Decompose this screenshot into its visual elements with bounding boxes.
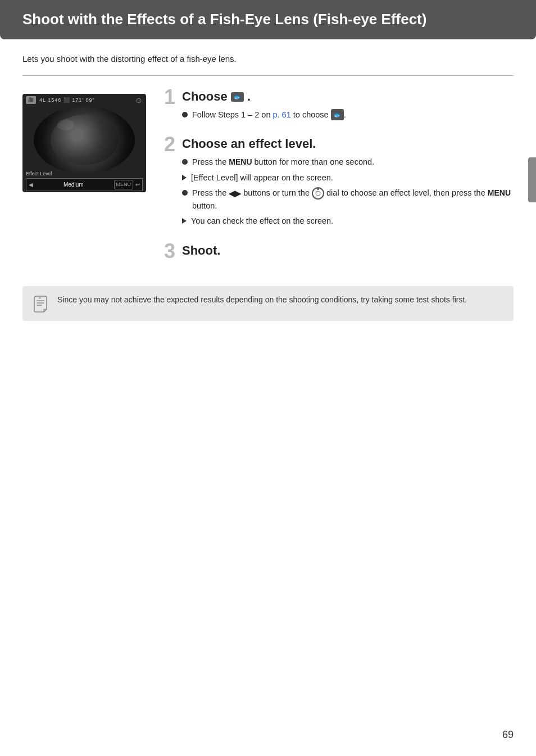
step-2-bullet-2-text: [Effect Level] will appear on the screen… [191, 172, 333, 184]
step-3: 3 Shoot. [160, 243, 514, 262]
dial-icon [312, 187, 324, 200]
step-3-content: Shoot. [182, 243, 514, 262]
note-text: Since you may not achieve the expected r… [57, 294, 467, 306]
step-2-bullet-1-text: Press the MENU button for more than one … [192, 156, 374, 169]
step-1: 1 Choose 🐟 . Follow Steps 1 – 2 on p. 61 [160, 89, 514, 124]
arrow-left-icon: ◀ [29, 180, 33, 189]
fisheye-highlight [57, 119, 74, 130]
fisheye-inner [51, 115, 118, 165]
menu-icon: MENU [114, 180, 134, 190]
step-2-bullet-4: You can check the effect on the screen. [182, 215, 514, 228]
follow-steps-prefix: Follow Steps 1 – 2 on [192, 110, 272, 119]
camera-stats: 4L 1546 ⬛ 171' 09" [39, 97, 95, 105]
left-column: 🎥 4L 1546 ⬛ 171' 09" ☺ Effect Level ◀ Me… [22, 94, 146, 275]
note-box: Since you may not achieve the expected r… [22, 286, 514, 321]
effect-level-bar: ◀ Medium MENU ↩ [26, 178, 143, 192]
back-icon: ↩ [135, 180, 140, 189]
step-2-bullet-2: [Effect Level] will appear on the screen… [182, 172, 514, 184]
page-link[interactable]: p. 61 [272, 110, 290, 119]
person-icon: ☺ [135, 94, 143, 106]
svg-point-1 [316, 191, 320, 196]
step-1-number: 1 [160, 87, 175, 107]
step-2-bullet-1: Press the MENU button for more than one … [182, 156, 514, 169]
menu-label: MENU [229, 157, 252, 166]
menu-label-2: MENU [488, 188, 511, 197]
camera-top-bar: 🎥 4L 1546 ⬛ 171' 09" ☺ [22, 94, 146, 106]
step-2-bullets: Press the MENU button for more than one … [182, 156, 514, 228]
lr-arrows-icon: ◀▶ [229, 188, 241, 200]
step-1-title-suffix: . [247, 89, 251, 103]
step-1-bullet-1-text: Follow Steps 1 – 2 on p. 61 to choose 🐟. [192, 109, 346, 121]
page-header: Shoot with the Effects of a Fish-Eye Len… [0, 0, 536, 39]
step-3-title: Shoot. [182, 243, 514, 258]
bullet-circle-icon [182, 190, 188, 196]
step-3-number: 3 [160, 241, 175, 261]
page: Shoot with the Effects of a Fish-Eye Len… [0, 0, 536, 756]
effect-level-label: Effect Level [26, 170, 143, 178]
right-column: 1 Choose 🐟 . Follow Steps 1 – 2 on p. 61 [160, 89, 514, 275]
note-icon [31, 295, 49, 313]
bullet-circle-icon [182, 159, 188, 165]
step-2-content: Choose an effect level. Press the MENU b… [182, 137, 514, 231]
step-1-title: Choose 🐟 . [182, 89, 514, 104]
step-2-bullet-3-text: Press the ◀▶ buttons or turn the dial to… [192, 187, 514, 212]
divider [22, 75, 514, 76]
bullet-triangle-icon [182, 175, 187, 180]
sidebar-accent [528, 157, 536, 202]
step-1-title-prefix: Choose [182, 89, 228, 103]
fisheye-mode-icon: 🐟 [231, 92, 244, 101]
step-2: 2 Choose an effect level. Press the MENU… [160, 137, 514, 231]
fisheye-mode-icon-2: 🐟 [331, 109, 344, 120]
step-2-bullet-4-text: You can check the effect on the screen. [191, 215, 333, 228]
step-2-title: Choose an effect level. [182, 137, 514, 151]
bullet-circle-icon [182, 112, 188, 117]
fisheye-image [34, 106, 135, 174]
page-title: Shoot with the Effects of a Fish-Eye Len… [22, 10, 514, 29]
step-2-number: 2 [160, 134, 175, 155]
page-number: 69 [502, 727, 514, 743]
content-area: 🎥 4L 1546 ⬛ 171' 09" ☺ Effect Level ◀ Me… [22, 89, 514, 275]
bullet-triangle-icon [182, 218, 187, 224]
effect-level-value: Medium [35, 180, 112, 189]
intro-text: Lets you shoot with the distorting effec… [22, 53, 514, 66]
period: . [344, 110, 346, 119]
step-1-bullets: Follow Steps 1 – 2 on p. 61 to choose 🐟. [182, 109, 514, 121]
camera-screen: 🎥 4L 1546 ⬛ 171' 09" ☺ Effect Level ◀ Me… [22, 94, 146, 192]
svg-point-2 [317, 188, 319, 190]
step-1-content: Choose 🐟 . Follow Steps 1 – 2 on p. 61 t… [182, 89, 514, 124]
step-1-bullet-1: Follow Steps 1 – 2 on p. 61 to choose 🐟. [182, 109, 514, 121]
camera-bottom-bar: Effect Level ◀ Medium MENU ↩ [22, 169, 146, 192]
camera-mode-icon: 🎥 [26, 96, 36, 104]
step-2-bullet-3: Press the ◀▶ buttons or turn the dial to… [182, 187, 514, 212]
follow-steps-suffix: to choose [293, 110, 331, 119]
